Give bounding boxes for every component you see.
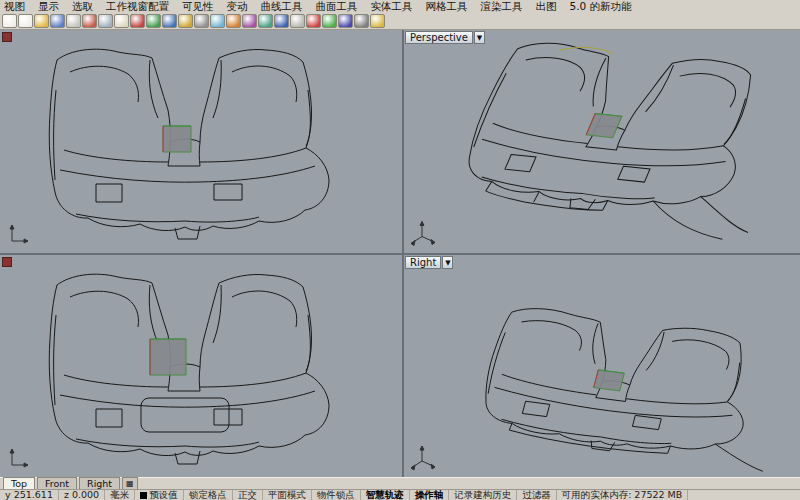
rotate-icon[interactable] — [306, 14, 321, 28]
redo-icon[interactable] — [130, 14, 145, 28]
coordinate-z: z 0.000 — [59, 490, 105, 500]
floor-mat-wireframe-perspective[interactable] — [441, 39, 800, 241]
pan-icon[interactable] — [178, 14, 193, 28]
toolbar-tab-viewport-layout[interactable]: 工作视窗配置 — [106, 0, 169, 13]
toolbar-tab-view[interactable]: 视图 — [4, 0, 25, 13]
toolbar-tab-visibility[interactable]: 可见性 — [182, 0, 214, 13]
viewport-perspective-title[interactable]: Perspective — [405, 31, 473, 44]
scale-icon[interactable] — [322, 14, 337, 28]
floor-mat-wireframe[interactable] — [49, 274, 329, 464]
status-filler — [688, 490, 800, 500]
toolbar-tab-curve-tools[interactable]: 曲线工具 — [261, 0, 303, 13]
toolbar-tab-row: 视图 显示 选取 工作视窗配置 可见性 变动 曲线工具 曲面工具 实体工具 网格… — [0, 0, 800, 13]
highlighted-curve[interactable] — [560, 45, 614, 56]
viewport-title-icon[interactable] — [2, 257, 12, 267]
toolbar-tab-solid-tools[interactable]: 实体工具 — [371, 0, 413, 13]
viewport-front-header — [1, 256, 13, 268]
zoom-icon[interactable] — [194, 14, 209, 28]
viewport-perspective-header: Perspective ▼ — [405, 31, 485, 44]
heel-pad-outline[interactable] — [141, 398, 229, 432]
main-toolbar — [0, 13, 800, 30]
toggle-ortho[interactable]: 正交 — [233, 490, 263, 500]
toggle-osnap[interactable]: 物件锁点 — [312, 490, 361, 500]
zoom-extents-icon[interactable] — [226, 14, 241, 28]
toggle-record-history[interactable]: 记录建构历史 — [449, 490, 517, 500]
layer-color-swatch — [140, 492, 147, 499]
toolbar-tab-surface-tools[interactable]: 曲面工具 — [316, 0, 358, 13]
viewport-tab-bar: Top Front Right ▦ — [0, 477, 800, 489]
toolbar-tab-drafting[interactable]: 出图 — [536, 0, 557, 13]
undo-icon[interactable] — [114, 14, 129, 28]
toggle-gumball[interactable]: 操作轴 — [410, 490, 450, 500]
new-file-icon[interactable] — [2, 14, 17, 28]
world-axis-icon — [411, 446, 435, 470]
viewport-tab-top[interactable]: Top — [3, 477, 35, 489]
toggle-smarttrack[interactable]: 智慧轨迹 — [361, 490, 410, 500]
toggle-planar[interactable]: 平面模式 — [263, 490, 312, 500]
status-bar: y 251.611 z 0.000 毫米 预设值 锁定格点 正交 平面模式 物件… — [0, 489, 800, 500]
viewport-top-header — [1, 31, 13, 43]
toolbar-tab-render-tools[interactable]: 渲染工具 — [481, 0, 523, 13]
rotate-view-icon[interactable] — [210, 14, 225, 28]
display-mode-icon[interactable] — [258, 14, 273, 28]
toolbar-tab-transform[interactable]: 变动 — [227, 0, 248, 13]
print-icon[interactable] — [50, 14, 65, 28]
viewport-front[interactable] — [0, 255, 402, 477]
viewport-area: Perspective ▼ — [0, 30, 800, 477]
front-view-canvas[interactable] — [0, 255, 402, 477]
mirror-icon[interactable] — [338, 14, 353, 28]
viewport-title-icon[interactable] — [2, 32, 12, 42]
chevron-down-icon[interactable]: ▼ — [442, 256, 453, 269]
toolbar-tab-mesh-tools[interactable]: 网格工具 — [426, 0, 468, 13]
copy-icon[interactable] — [82, 14, 97, 28]
move-icon[interactable] — [290, 14, 305, 28]
delete-icon[interactable] — [146, 14, 161, 28]
osnap-icon[interactable] — [354, 14, 369, 28]
memory-indicator: 可用的实体内存: 27522 MB — [557, 490, 689, 500]
toggle-filter[interactable]: 过滤器 — [517, 490, 557, 500]
toolbar-tab-select[interactable]: 选取 — [72, 0, 93, 13]
layer-name: 预设值 — [149, 489, 178, 500]
viewport-tab-front[interactable]: Front — [37, 477, 77, 489]
current-layer[interactable]: 预设值 — [135, 490, 184, 500]
viewport-right[interactable]: Right ▼ — [404, 255, 800, 477]
selected-surface[interactable] — [150, 339, 186, 375]
selected-surface[interactable] — [163, 126, 191, 152]
paste-icon[interactable] — [98, 14, 113, 28]
viewport-top[interactable] — [0, 30, 402, 253]
toggle-grid-snap[interactable]: 锁定格点 — [184, 490, 233, 500]
viewport-right-title[interactable]: Right — [405, 256, 441, 269]
save-icon[interactable] — [34, 14, 49, 28]
layers-icon[interactable] — [242, 14, 257, 28]
perspective-view-canvas[interactable] — [404, 30, 800, 253]
units-label[interactable]: 毫米 — [105, 490, 135, 500]
world-axis-icon — [411, 222, 435, 246]
help-icon[interactable] — [370, 14, 385, 28]
cut-icon[interactable] — [66, 14, 81, 28]
toolbar-tab-new-in-v5[interactable]: 5.0 的新功能 — [570, 0, 632, 13]
open-file-icon[interactable] — [18, 14, 33, 28]
cplane-axis-icon — [10, 449, 28, 467]
rhino-window: 视图 显示 选取 工作视窗配置 可见性 变动 曲线工具 曲面工具 实体工具 网格… — [0, 0, 800, 500]
viewport-right-header: Right ▼ — [405, 256, 453, 269]
viewport-tab-menu-icon[interactable]: ▦ — [122, 477, 138, 489]
chevron-down-icon[interactable]: ▼ — [474, 31, 485, 44]
coordinate-y: y 251.611 — [0, 490, 59, 500]
right-view-canvas[interactable] — [404, 255, 800, 477]
viewport-perspective[interactable]: Perspective ▼ — [404, 30, 800, 253]
floor-mat-wireframe-right[interactable] — [472, 304, 797, 471]
cplane-axis-icon — [10, 225, 28, 243]
top-view-canvas[interactable] — [0, 30, 402, 253]
viewport-tab-right[interactable]: Right — [79, 477, 120, 489]
properties-icon[interactable] — [274, 14, 289, 28]
select-icon[interactable] — [162, 14, 177, 28]
toolbar-tab-display[interactable]: 显示 — [38, 0, 59, 13]
